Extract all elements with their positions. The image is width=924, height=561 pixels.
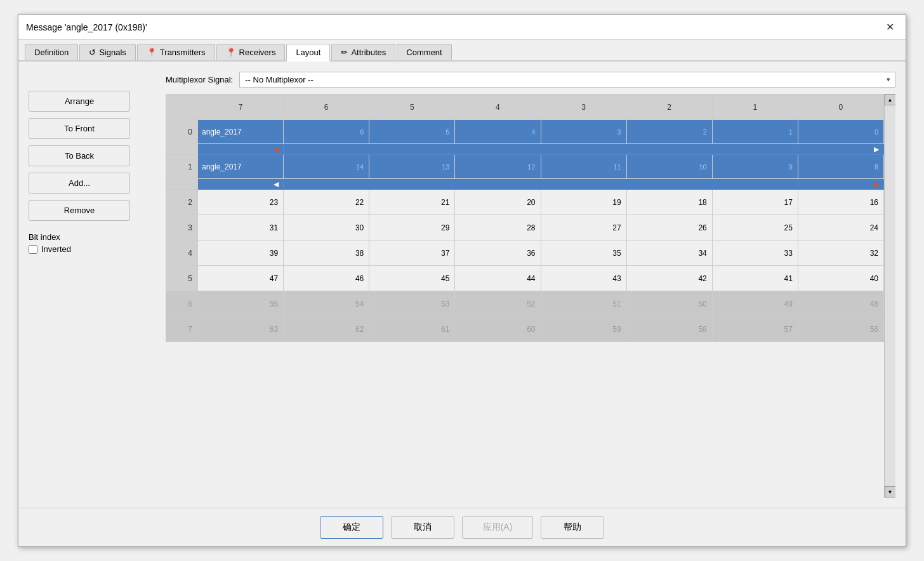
cell-6-6[interactable]: 54 bbox=[284, 291, 369, 317]
cell-5-6[interactable]: 46 bbox=[284, 266, 369, 291]
grid-row-0-signal: 0 angle_2017 6 5 4 3 2 1 0 bbox=[166, 120, 884, 144]
signal-cell-row0-col4[interactable]: 4 bbox=[455, 120, 541, 144]
cell-5-2[interactable]: 42 bbox=[626, 266, 712, 291]
signal-cell-row1-col2[interactable]: 10 bbox=[626, 155, 712, 179]
cell-2-4[interactable]: 20 bbox=[455, 190, 541, 215]
cell-6-7[interactable]: 55 bbox=[198, 291, 284, 317]
signal-cell-row1-col1[interactable]: 9 bbox=[712, 155, 798, 179]
cell-2-0[interactable]: 16 bbox=[798, 190, 883, 215]
signal-cell-row0-col5[interactable]: 5 bbox=[369, 120, 455, 144]
cell-6-1[interactable]: 49 bbox=[712, 291, 798, 317]
signal-cell-row1-col7[interactable]: angle_2017 bbox=[198, 155, 284, 179]
close-button[interactable]: ✕ bbox=[882, 20, 898, 34]
cell-7-0[interactable]: 56 bbox=[798, 317, 883, 342]
cell-4-3[interactable]: 35 bbox=[541, 241, 626, 266]
arrow-row1-header bbox=[166, 179, 198, 190]
apply-button[interactable]: 应用(A) bbox=[462, 516, 534, 539]
cell-6-5[interactable]: 53 bbox=[369, 291, 455, 317]
signal-cell-row1-col5[interactable]: 13 bbox=[369, 155, 455, 179]
tab-attributes-label: Attributes bbox=[351, 48, 386, 57]
confirm-button[interactable]: 确定 bbox=[320, 516, 383, 539]
tab-signals-label: Signals bbox=[99, 48, 126, 57]
grid-row-3: 3 31 30 29 28 27 26 25 24 bbox=[166, 215, 884, 241]
remove-button[interactable]: Remove bbox=[29, 200, 130, 221]
scroll-up-button[interactable]: ▲ bbox=[885, 94, 896, 105]
cell-3-0[interactable]: 24 bbox=[798, 215, 883, 241]
inverted-checkbox[interactable] bbox=[29, 245, 37, 254]
signal-cell-row0-col1[interactable]: 1 bbox=[712, 120, 798, 144]
signal-cell-row1-col0[interactable]: 8 bbox=[798, 155, 883, 179]
cell-7-7[interactable]: 63 bbox=[198, 317, 284, 342]
cell-7-3[interactable]: 59 bbox=[541, 317, 626, 342]
help-button[interactable]: 帮助 bbox=[541, 516, 604, 539]
tab-signals[interactable]: ↺ Signals bbox=[79, 44, 136, 60]
cell-6-4[interactable]: 52 bbox=[455, 291, 541, 317]
cell-7-6[interactable]: 62 bbox=[284, 317, 369, 342]
arrow-white-icon: ► bbox=[872, 144, 881, 154]
cell-5-0[interactable]: 40 bbox=[798, 266, 883, 291]
cell-2-5[interactable]: 21 bbox=[369, 190, 455, 215]
signal-cell-row0-col2[interactable]: 2 bbox=[626, 120, 712, 144]
arrange-button[interactable]: Arrange bbox=[29, 91, 130, 112]
vertical-scrollbar[interactable]: ▲ ▼ bbox=[884, 94, 895, 498]
tab-definition[interactable]: Definition bbox=[25, 44, 78, 60]
to-back-button[interactable]: To Back bbox=[29, 145, 130, 166]
tab-transmitters[interactable]: 📍 Transmitters bbox=[137, 44, 215, 60]
cell-7-4[interactable]: 60 bbox=[455, 317, 541, 342]
row-header-2: 2 bbox=[166, 190, 198, 215]
cell-2-1[interactable]: 17 bbox=[712, 190, 798, 215]
multiplexor-select[interactable]: -- No Multiplexor -- bbox=[239, 72, 895, 88]
cell-7-1[interactable]: 57 bbox=[712, 317, 798, 342]
cell-2-2[interactable]: 18 bbox=[626, 190, 712, 215]
cancel-button[interactable]: 取消 bbox=[391, 516, 454, 539]
cell-5-1[interactable]: 41 bbox=[712, 266, 798, 291]
cell-3-5[interactable]: 29 bbox=[369, 215, 455, 241]
cell-6-2[interactable]: 50 bbox=[626, 291, 712, 317]
signal-cell-row0-col0[interactable]: 0 bbox=[798, 120, 883, 144]
cell-3-3[interactable]: 27 bbox=[541, 215, 626, 241]
cell-2-6[interactable]: 22 bbox=[284, 190, 369, 215]
cell-5-5[interactable]: 45 bbox=[369, 266, 455, 291]
cell-4-7[interactable]: 39 bbox=[198, 241, 284, 266]
arrow-row-1: ◄ ► bbox=[166, 179, 884, 190]
cell-3-7[interactable]: 31 bbox=[198, 215, 284, 241]
grid-header-row: 7 6 5 4 3 2 1 0 bbox=[166, 95, 884, 120]
tab-attributes[interactable]: ✏ Attributes bbox=[331, 44, 395, 60]
signal-cell-row1-col3[interactable]: 11 bbox=[541, 155, 626, 179]
inner-grid[interactable]: 7 6 5 4 3 2 1 0 bbox=[166, 94, 884, 498]
cell-5-4[interactable]: 44 bbox=[455, 266, 541, 291]
cell-4-4[interactable]: 36 bbox=[455, 241, 541, 266]
cell-5-7[interactable]: 47 bbox=[198, 266, 284, 291]
signal-cell-row0-col7[interactable]: angle_2017 bbox=[198, 120, 284, 144]
tab-layout-label: Layout bbox=[296, 48, 320, 57]
cell-3-6[interactable]: 30 bbox=[284, 215, 369, 241]
cell-2-3[interactable]: 19 bbox=[541, 190, 626, 215]
cell-4-2[interactable]: 34 bbox=[626, 241, 712, 266]
inverted-label[interactable]: Inverted bbox=[41, 244, 71, 254]
cell-3-1[interactable]: 25 bbox=[712, 215, 798, 241]
cell-2-7[interactable]: 23 bbox=[198, 190, 284, 215]
cell-4-5[interactable]: 37 bbox=[369, 241, 455, 266]
cell-4-1[interactable]: 33 bbox=[712, 241, 798, 266]
tab-definition-label: Definition bbox=[34, 48, 69, 57]
tab-receivers[interactable]: 📍 Receivers bbox=[216, 44, 286, 60]
cell-5-3[interactable]: 43 bbox=[541, 266, 626, 291]
signal-cell-row0-col3[interactable]: 3 bbox=[541, 120, 626, 144]
cell-6-3[interactable]: 51 bbox=[541, 291, 626, 317]
cell-3-2[interactable]: 26 bbox=[626, 215, 712, 241]
grid-row-1-signal: 1 angle_2017 14 13 12 11 10 9 8 bbox=[166, 155, 884, 179]
to-front-button[interactable]: To Front bbox=[29, 118, 130, 139]
add-button[interactable]: Add... bbox=[29, 173, 130, 194]
cell-4-6[interactable]: 38 bbox=[284, 241, 369, 266]
tab-layout[interactable]: Layout bbox=[286, 44, 330, 62]
signal-cell-row1-col4[interactable]: 12 bbox=[455, 155, 541, 179]
cell-7-5[interactable]: 61 bbox=[369, 317, 455, 342]
cell-7-2[interactable]: 58 bbox=[626, 317, 712, 342]
tab-comment[interactable]: Comment bbox=[397, 44, 451, 60]
cell-4-0[interactable]: 32 bbox=[798, 241, 883, 266]
scroll-down-button[interactable]: ▼ bbox=[885, 486, 896, 498]
cell-6-0[interactable]: 48 bbox=[798, 291, 883, 317]
signal-cell-row1-col6[interactable]: 14 bbox=[284, 155, 369, 179]
signal-cell-row0-col6[interactable]: 6 bbox=[284, 120, 369, 144]
cell-3-4[interactable]: 28 bbox=[455, 215, 541, 241]
